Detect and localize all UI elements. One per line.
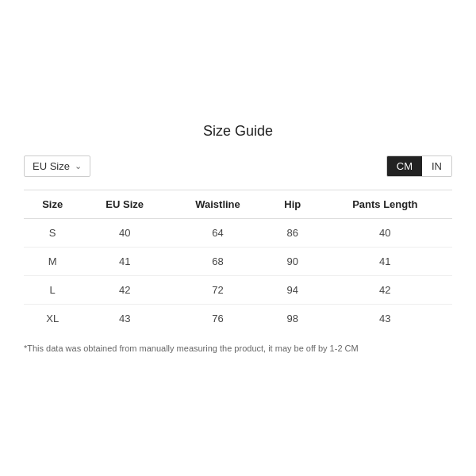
chevron-down-icon: ⌄	[75, 161, 82, 171]
cell-1-2: 68	[168, 248, 267, 276]
cell-3-2: 76	[168, 305, 267, 333]
cell-3-3: 98	[267, 305, 318, 333]
cell-2-0: L	[24, 276, 81, 305]
cell-0-3: 86	[267, 219, 318, 248]
cell-3-4: 43	[318, 305, 452, 333]
table-row: XL43769843	[24, 305, 452, 333]
cell-0-1: 40	[81, 219, 168, 248]
col-header-waistline: Waistline	[168, 190, 267, 219]
cell-3-0: XL	[24, 305, 81, 333]
table-row: S40648640	[24, 219, 452, 248]
cell-1-3: 90	[267, 248, 318, 276]
cell-0-2: 64	[168, 219, 267, 248]
cell-1-4: 41	[318, 248, 452, 276]
cell-3-1: 43	[81, 305, 168, 333]
cell-0-4: 40	[318, 219, 452, 248]
cell-2-2: 72	[168, 276, 267, 305]
cell-2-3: 94	[267, 276, 318, 305]
cell-1-0: M	[24, 248, 81, 276]
cell-0-0: S	[24, 219, 81, 248]
col-header-hip: Hip	[267, 190, 318, 219]
col-header-size: Size	[24, 190, 81, 219]
col-header-eu-size: EU Size	[81, 190, 168, 219]
size-table: Size EU Size Waistline Hip Pants Length …	[24, 190, 452, 332]
size-dropdown[interactable]: EU Size ⌄	[24, 155, 90, 177]
cell-2-1: 42	[81, 276, 168, 305]
footnote: *This data was obtained from manually me…	[24, 344, 452, 353]
size-dropdown-label: EU Size	[33, 160, 70, 172]
cell-1-1: 41	[81, 248, 168, 276]
size-guide-container: Size Guide EU Size ⌄ CM IN Size EU Size …	[8, 107, 468, 369]
col-header-pants-length: Pants Length	[318, 190, 452, 219]
table-row: M41689041	[24, 248, 452, 276]
table-header-row: Size EU Size Waistline Hip Pants Length	[24, 190, 452, 219]
cm-button[interactable]: CM	[387, 156, 422, 176]
table-row: L42729442	[24, 276, 452, 305]
cell-2-4: 42	[318, 276, 452, 305]
controls-bar: EU Size ⌄ CM IN	[24, 155, 452, 177]
in-button[interactable]: IN	[422, 156, 451, 176]
unit-toggle: CM IN	[386, 155, 452, 177]
page-title: Size Guide	[24, 123, 452, 140]
